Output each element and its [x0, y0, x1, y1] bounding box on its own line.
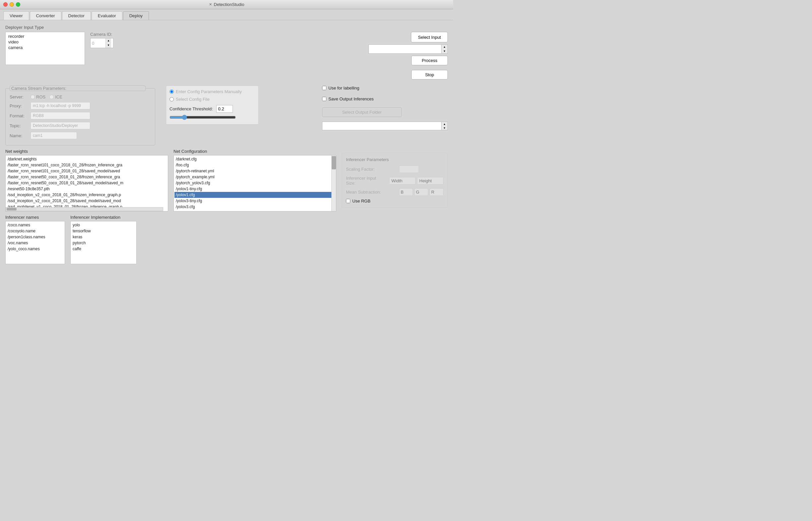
tabs-bar: Viewer Converter Detector Evaluator Depl…	[0, 9, 453, 20]
minimize-button[interactable]	[9, 2, 14, 7]
net-weights-item[interactable]: /faster_rcnn_resnet101_coco_2018_01_28/s…	[6, 168, 167, 174]
maximize-button[interactable]	[16, 2, 20, 7]
tab-detector[interactable]: Detector	[62, 11, 91, 20]
mean-g-input[interactable]	[414, 188, 428, 196]
select-input-spinner[interactable]: ▲ ▼	[442, 44, 448, 54]
ros-radio[interactable]	[30, 95, 35, 99]
net-weights-item[interactable]: /faster_rcnn_resnet50_coco_2018_01_28/fr…	[6, 174, 167, 180]
output-path-up[interactable]: ▲	[442, 122, 447, 126]
input-type-item[interactable]: video	[7, 39, 83, 45]
input-type-item[interactable]: recorder	[7, 33, 83, 39]
net-config-list[interactable]: /darknet.cfg/foo.cfg/pytorch-retinanet.y…	[173, 155, 336, 211]
output-path-spinner[interactable]: ▲ ▼	[442, 122, 448, 130]
config-file-radio[interactable]	[170, 97, 174, 101]
process-button[interactable]: Process	[411, 56, 448, 65]
confidence-slider-row	[170, 115, 255, 121]
net-config-item[interactable]: /yolov1.cfg	[174, 192, 335, 198]
select-input-down[interactable]: ▼	[442, 49, 447, 53]
camera-stream-label: Camera Stream Parameters:	[9, 86, 146, 91]
mean-subtraction-row: Mean Subtraction:	[346, 188, 444, 196]
width-input[interactable]	[389, 177, 415, 185]
select-input-up[interactable]: ▲	[442, 45, 447, 49]
net-config-item[interactable]: /pytorch-retinanet.yml	[174, 168, 335, 174]
net-weights-hscroll[interactable]	[6, 207, 163, 211]
net-config-vthumb	[332, 156, 336, 169]
confidence-label: Confidence Threshold:	[170, 106, 213, 111]
select-output-folder-button[interactable]: Select Output Folder	[322, 107, 402, 117]
net-config-item[interactable]: /pytorch_example.yml	[174, 174, 335, 180]
close-button[interactable]	[3, 2, 8, 7]
select-input-field[interactable]	[368, 44, 442, 54]
net-config-label: Net Configuration	[173, 149, 336, 154]
net-weights-item[interactable]: /darknet.weights	[6, 156, 167, 162]
input-type-list[interactable]: recordervideocamera	[5, 32, 85, 65]
net-config-item[interactable]: /foo.cfg	[174, 162, 335, 168]
camera-id-spinner[interactable]: ▲ ▼	[106, 39, 111, 48]
inferencer-name-item[interactable]: /person1class.names	[6, 234, 64, 240]
inferencer-impl-list[interactable]: yolotensorflowkeraspytorchcaffe	[70, 221, 137, 264]
net-weights-item[interactable]: /resnet50-19c8e357.pth	[6, 186, 167, 192]
net-weights-item[interactable]: /ssd_inception_v2_coco_2018_01_28/frozen…	[6, 192, 167, 198]
proxy-input[interactable]	[30, 102, 90, 109]
net-config-vscroll[interactable]	[332, 155, 336, 211]
input-type-item[interactable]: camera	[7, 45, 83, 50]
inferencer-name-item[interactable]: /voc.names	[6, 240, 64, 246]
output-path-row: ▲ ▼	[322, 122, 448, 130]
ros-option[interactable]: ROS	[30, 94, 45, 99]
output-options: Use for labelling Save Output Inferences…	[322, 86, 448, 130]
output-path-down[interactable]: ▼	[442, 126, 447, 130]
window-controls[interactable]	[3, 2, 20, 7]
output-path-input[interactable]	[322, 122, 442, 130]
deployer-input-type-label: Deployer Input Type	[5, 25, 448, 30]
camera-id-input[interactable]	[90, 40, 106, 46]
camera-id-up[interactable]: ▲	[106, 39, 111, 43]
net-weights-item[interactable]: /faster_rcnn_resnet50_coco_2018_01_28/sa…	[6, 180, 167, 186]
confidence-slider[interactable]	[170, 115, 236, 120]
inferencer-parameters-section: Inferencer Parameters Scaling Factor: In…	[342, 149, 448, 211]
inferencer-name-item[interactable]: /yolo_coco.names	[6, 246, 64, 252]
select-input-button[interactable]: Select Input	[411, 32, 448, 42]
inferencer-names-list[interactable]: /coco.names/cocoyolo.name/person1class.n…	[5, 221, 65, 264]
inferencer-impl-item[interactable]: yolo	[71, 222, 136, 228]
confidence-input[interactable]	[216, 105, 233, 113]
camera-stream-box: Camera Stream Parameters: Server: ROS IC…	[5, 86, 155, 145]
net-config-item[interactable]: /yolov1-tiny.cfg	[174, 186, 335, 192]
inferencer-name-item[interactable]: /coco.names	[6, 222, 64, 228]
config-box: Enter Config Parameters Manually Select …	[166, 86, 259, 124]
mean-r-input[interactable]	[430, 188, 444, 196]
tab-deploy[interactable]: Deploy	[123, 11, 149, 20]
ice-radio[interactable]	[49, 95, 54, 99]
net-config-item[interactable]: /yolov3-tiny.cfg	[174, 198, 335, 204]
stop-button[interactable]: Stop	[411, 70, 448, 80]
use-for-labelling-checkbox[interactable]	[322, 86, 326, 90]
topic-input[interactable]	[30, 122, 90, 129]
net-weights-item[interactable]: /faster_rcnn_resnet101_coco_2018_01_28/f…	[6, 162, 167, 168]
camera-id-down[interactable]: ▼	[106, 43, 111, 48]
ice-option[interactable]: ICE	[49, 94, 62, 99]
tab-viewer[interactable]: Viewer	[3, 11, 29, 20]
inferencer-name-item[interactable]: /cocoyolo.name	[6, 228, 64, 234]
inferencer-impl-item[interactable]: pytorch	[71, 240, 136, 246]
use-rgb-checkbox[interactable]	[346, 199, 350, 203]
height-input[interactable]	[417, 177, 444, 185]
scaling-factor-input[interactable]	[399, 165, 419, 173]
net-config-item[interactable]: /darknet.cfg	[174, 156, 335, 162]
scaling-factor-row: Scaling Factor:	[346, 165, 444, 173]
use-rgb-label: Use RGB	[352, 199, 370, 204]
tab-evaluator[interactable]: Evaluator	[91, 11, 122, 20]
net-weights-list[interactable]: /darknet.weights/faster_rcnn_resnet101_c…	[5, 155, 168, 211]
tab-converter[interactable]: Converter	[30, 11, 61, 20]
inferencer-impl-item[interactable]: caffe	[71, 246, 136, 252]
camera-id-box: Camera ID: ▲ ▼	[90, 32, 113, 48]
inferencer-impl-item[interactable]: tensorflow	[71, 228, 136, 234]
inferencer-impl-item[interactable]: keras	[71, 234, 136, 240]
config-manually-radio[interactable]	[170, 90, 174, 94]
name-input[interactable]	[30, 132, 77, 139]
net-config-item[interactable]: /yolov3.cfg	[174, 204, 335, 210]
net-config-item[interactable]: /pytorch_yolov3.cfg	[174, 180, 335, 186]
save-output-inferences-checkbox[interactable]	[322, 97, 326, 101]
format-input[interactable]	[30, 112, 90, 119]
net-weights-item[interactable]: /ssd_inception_v2_coco_2018_01_28/saved_…	[6, 198, 167, 204]
config-file-label: Select Config File	[176, 97, 210, 102]
mean-b-input[interactable]	[399, 188, 413, 196]
